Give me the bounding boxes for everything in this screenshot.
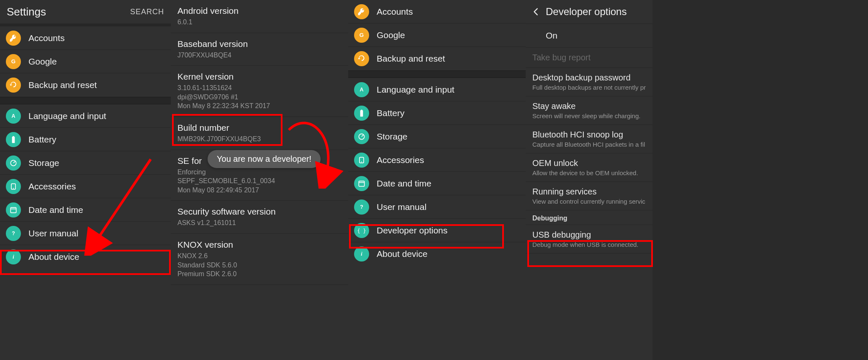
devopts-master-switch[interactable]: On	[526, 24, 652, 48]
row-title: Desktop backup password	[532, 73, 646, 83]
info-subtitle: 6.0.1	[177, 18, 342, 27]
svg-text:A: A	[360, 87, 363, 93]
manual-icon: ?	[354, 199, 369, 215]
language-icon: A	[354, 82, 369, 97]
item-label: Date and time	[377, 179, 431, 189]
info-row-security-software-version[interactable]: Security software versionASKS v1.2_16101…	[171, 201, 348, 234]
google-icon: G	[6, 54, 21, 69]
info-subtitle: ASKS v1.2_161011	[177, 218, 342, 228]
settings2-item-storage[interactable]: Storage	[348, 125, 526, 148]
settings2-item-accessories[interactable]: Accessories	[348, 148, 526, 172]
devopt-oem-unlock[interactable]: OEM unlockAllow the device to be OEM unl…	[526, 153, 652, 182]
devopt-desktop-backup-password[interactable]: Desktop backup passwordFull desktop back…	[526, 68, 652, 96]
settings2-item-language-and-input[interactable]: ALanguage and input	[348, 78, 526, 101]
settings-item-accessories[interactable]: Accessories	[0, 175, 171, 198]
info-row-build-number[interactable]: Build numberMMB29K.J700FXXU4BQE3	[171, 117, 348, 150]
svg-text:?: ?	[12, 231, 15, 236]
item-label: Battery	[28, 135, 56, 145]
devopt-stay-awake[interactable]: Stay awakeScreen will never sleep while …	[526, 96, 652, 125]
settings2-item-google[interactable]: GGoogle	[348, 23, 526, 47]
svg-rect-14	[359, 181, 364, 186]
devopt-bluetooth-hci-snoop-log[interactable]: Bluetooth HCI snoop logCapture all Bluet…	[526, 125, 652, 153]
back-icon[interactable]	[530, 7, 542, 16]
item-label: About device	[28, 252, 79, 262]
on-label: On	[546, 31, 557, 41]
settings2-item-date-and-time[interactable]: Date and time	[348, 172, 526, 195]
google-icon: G	[354, 28, 369, 43]
item-label: Battery	[377, 108, 405, 118]
svg-text:A: A	[11, 113, 15, 119]
settings2-item-developer-options[interactable]: { }Developer options	[348, 219, 526, 242]
devopts-title: Developer options	[546, 6, 627, 18]
settings2-item-accounts[interactable]: Accounts	[348, 0, 526, 23]
devopt-take-bug-report: Take bug report	[526, 48, 652, 68]
item-label: Backup and reset	[28, 80, 97, 90]
row-subtitle: Screen will never sleep while charging.	[532, 112, 646, 119]
battery-icon	[6, 132, 21, 147]
svg-text:{ }: { }	[357, 228, 366, 233]
language-icon: A	[6, 109, 21, 124]
panel-settings-after: AccountsGGoogleBackup and reset ALanguag…	[348, 0, 526, 360]
storage-icon	[354, 129, 369, 144]
item-label: Date and time	[28, 205, 83, 215]
settings-item-language-and-input[interactable]: ALanguage and input	[0, 104, 171, 128]
accessories-icon	[6, 179, 21, 194]
settings-item-date-and-time[interactable]: Date and time	[0, 198, 171, 222]
backup-icon	[6, 78, 21, 93]
settings-item-backup-and-reset[interactable]: Backup and reset	[0, 73, 171, 97]
settings-item-about-device[interactable]: iAbout device	[0, 245, 171, 269]
item-label: Accounts	[28, 33, 64, 43]
item-label: Storage	[377, 132, 408, 142]
developer-toast: You are now a developer!	[208, 150, 321, 168]
devopts-header: Developer options	[526, 0, 652, 24]
info-title: Kernel version	[177, 72, 342, 82]
info-subtitle: 3.10.61-11351624 dpi@SWDG9706 #1 Mon May…	[177, 83, 342, 111]
svg-point-13	[361, 161, 362, 162]
settings-item-storage[interactable]: Storage	[0, 151, 171, 175]
settings2-item-user-manual[interactable]: ?User manual	[348, 195, 526, 219]
info-row-knox-version[interactable]: KNOX versionKNOX 2.6 Standard SDK 5.6.0 …	[171, 234, 348, 285]
info-row-kernel-version[interactable]: Kernel version3.10.61-11351624 dpi@SWDG9…	[171, 66, 348, 117]
settings-item-accounts[interactable]: Accounts	[0, 26, 171, 50]
settings2-item-about-device[interactable]: iAbout device	[348, 242, 526, 266]
settings2-item-battery[interactable]: Battery	[348, 101, 526, 125]
info-title: Build number	[177, 123, 342, 133]
devopt-usb-debugging[interactable]: USB debuggingDebug mode when USB is conn…	[526, 225, 652, 254]
info-row-baseband-version[interactable]: Baseband versionJ700FXXU4BQE4	[171, 33, 348, 66]
row-subtitle: Allow the device to be OEM unlocked.	[532, 169, 646, 176]
svg-point-4	[13, 188, 14, 189]
manual-icon: ?	[6, 226, 21, 241]
backup-icon	[354, 51, 369, 66]
item-label: Accessories	[377, 155, 424, 165]
settings-item-battery[interactable]: Battery	[0, 128, 171, 151]
row-title: Bluetooth HCI snoop log	[532, 130, 646, 140]
info-title: Baseband version	[177, 39, 342, 49]
row-title: Running services	[532, 187, 646, 197]
info-row-android-version[interactable]: Android version6.0.1	[171, 0, 348, 33]
item-label: Storage	[28, 158, 59, 168]
storage-icon	[6, 155, 21, 171]
settings-item-google[interactable]: GGoogle	[0, 50, 171, 73]
search-button[interactable]: SEARCH	[130, 8, 164, 16]
datetime-icon	[354, 176, 369, 191]
svg-rect-5	[10, 207, 16, 213]
battery-icon	[354, 106, 369, 121]
devopt-running-services[interactable]: Running servicesView and control current…	[526, 182, 652, 210]
info-title: Android version	[177, 6, 342, 16]
settings2-item-backup-and-reset[interactable]: Backup and reset	[348, 47, 526, 70]
key-icon	[354, 4, 369, 19]
item-label: Google	[28, 57, 57, 67]
svg-text:i: i	[361, 251, 362, 257]
row-title: USB debugging	[532, 230, 646, 240]
svg-text:G: G	[360, 32, 364, 38]
item-label: User manual	[377, 202, 426, 212]
section-divider	[0, 97, 171, 104]
item-label: User manual	[28, 228, 78, 238]
info-title: KNOX version	[177, 240, 342, 250]
key-icon	[6, 31, 21, 46]
settings-item-user-manual[interactable]: ?User manual	[0, 222, 171, 245]
item-label: Developer options	[377, 225, 447, 236]
svg-text:G: G	[11, 58, 15, 65]
item-label: Backup and reset	[377, 54, 445, 64]
row-title: Take bug report	[532, 53, 646, 62]
